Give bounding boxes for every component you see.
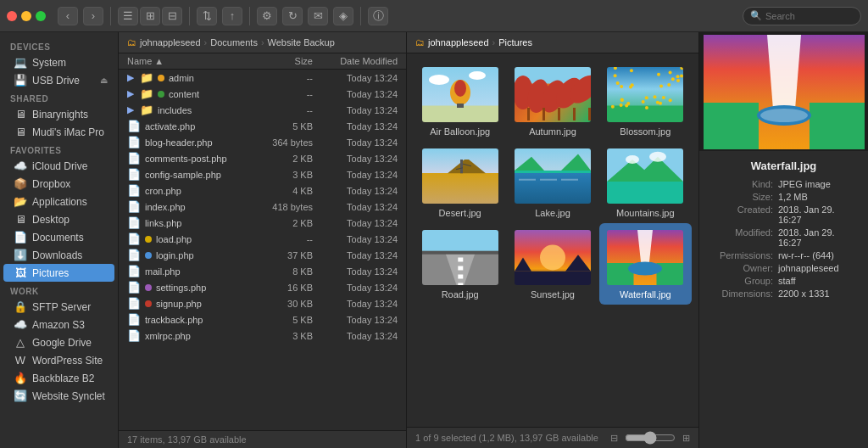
backblaze-icon: 🔥	[14, 372, 27, 384]
file-row-4[interactable]: 📄 blog-header.php 364 bytes Today 13:24	[119, 134, 406, 150]
gallery-thumb-mountains	[607, 148, 683, 204]
sidebar-item-downloads[interactable]: ⬇️Downloads	[3, 246, 114, 264]
search-input[interactable]	[765, 11, 850, 21]
file-row-1[interactable]: ▶ 📁 content -- Today 13:24	[119, 86, 406, 102]
icloud-icon: ☁️	[14, 160, 27, 172]
tag-button[interactable]: ◈	[333, 7, 353, 25]
sidebar-item-backblaze[interactable]: 🔥Backblaze B2	[3, 369, 114, 387]
back-button[interactable]: ‹	[58, 7, 78, 25]
downloads-icon: ⬇️	[14, 249, 27, 261]
view-list-button[interactable]: ☰	[118, 7, 138, 25]
gallery-grid: Air Balloon.jpgAutumn.jpgBlossom.jpgDese…	[407, 53, 698, 427]
file-row-6[interactable]: 📄 config-sample.php 3 KB Today 13:24	[119, 166, 406, 182]
preview-group-row: Group: staff	[709, 276, 858, 286]
file-name-col-9: 📄 links.php	[127, 216, 253, 229]
file-row-0[interactable]: ▶ 📁 admin -- Today 13:24	[119, 70, 406, 86]
file-name-9: links.php	[145, 218, 181, 228]
gallery-breadcrumb-part-1: Pictures	[498, 37, 532, 48]
file-row-12[interactable]: 📄 mail.php 8 KB Today 13:24	[119, 263, 406, 279]
sidebar-label-documents: Documents	[32, 232, 84, 244]
file-row-10[interactable]: 📄 load.php -- Today 13:24	[119, 231, 406, 247]
preview-info: Waterfall.jpg Kind: JPEG image Size: 1,2…	[699, 151, 868, 448]
file-row-11[interactable]: 📄 login.php 37 KB Today 13:24	[119, 247, 406, 263]
gallery-item-sunset[interactable]: Sunset.jpg	[506, 223, 598, 305]
sidebar-item-sftp[interactable]: 🔒SFTP Server	[3, 298, 114, 316]
gallery-thumb-sunset	[515, 230, 591, 285]
sidebar-item-desktop[interactable]: 🖥Desktop	[3, 210, 114, 228]
googledrive-icon: △	[14, 336, 27, 349]
preview-dimensions-row: Dimensions: 2200 x 1331	[709, 288, 858, 299]
share-button[interactable]: ↑	[222, 7, 242, 25]
minimize-button[interactable]	[21, 11, 31, 21]
gallery-item-blossom[interactable]: Blossom.jpg	[599, 60, 692, 142]
file-name-6: config-sample.php	[145, 170, 221, 180]
sidebar-item-amazons3[interactable]: ☁️Amazon S3	[3, 316, 114, 333]
breadcrumb-part-0[interactable]: johnappleseed	[140, 37, 201, 48]
close-button[interactable]	[7, 11, 17, 21]
sidebar-item-applications[interactable]: 📂Applications	[3, 193, 114, 210]
main-content: Devices💻System💾USB Drive⏏Shared🖥Binaryni…	[0, 32, 868, 448]
gallery-item-waterfall[interactable]: Waterfall.jpg	[599, 223, 692, 305]
sidebar-item-pictures[interactable]: 🖼Pictures	[3, 264, 114, 282]
file-row-2[interactable]: ▶ 📁 includes -- Today 13:24	[119, 102, 406, 118]
sidebar-item-binarynights[interactable]: 🖥Binarynights	[3, 105, 114, 123]
gallery-item-air-balloon[interactable]: Air Balloon.jpg	[414, 60, 506, 142]
file-name-col-12: 📄 mail.php	[127, 265, 253, 277]
file-row-9[interactable]: 📄 links.php 2 KB Today 13:24	[119, 215, 406, 231]
file-row-16[interactable]: 📄 xmlrpc.php 3 KB Today 13:24	[119, 328, 406, 344]
view-column-button[interactable]: ⊞	[140, 7, 160, 25]
search-box[interactable]: 🔍	[743, 7, 861, 25]
dot-orange	[158, 75, 164, 81]
group-value: staff	[778, 276, 796, 286]
group-label: Group:	[709, 276, 773, 286]
sidebar-label-wordpress: WordPress Site	[32, 355, 103, 367]
zoom-slider[interactable]	[625, 431, 676, 445]
sidebar-item-googledrive[interactable]: △Google Drive	[3, 333, 114, 351]
sidebar-item-websitesynclet[interactable]: 🔄Website Synclet	[3, 387, 114, 405]
file-icon-15: 📄	[127, 313, 141, 326]
sort-button[interactable]: ⇅	[197, 7, 217, 25]
preview-pane: Waterfall.jpg Kind: JPEG image Size: 1,2…	[698, 32, 868, 448]
thumb-canvas-sunset	[515, 230, 591, 285]
expand-arrow[interactable]: ▶	[127, 104, 134, 115]
file-name-col-1: ▶ 📁 content	[127, 87, 253, 100]
file-row-3[interactable]: 📄 activate.php 5 KB Today 13:24	[119, 118, 406, 134]
file-row-14[interactable]: 📄 signup.php 30 KB Today 13:24	[119, 295, 406, 311]
view-gallery-button[interactable]: ⊟	[162, 7, 182, 25]
gallery-item-road[interactable]: Road.jpg	[414, 223, 506, 305]
gallery-item-autumn[interactable]: Autumn.jpg	[506, 60, 598, 142]
pictures-icon: 🖼	[14, 266, 27, 279]
sidebar-item-usb-drive[interactable]: 💾USB Drive⏏	[3, 71, 114, 89]
gallery-item-mountains[interactable]: Mountains.jpg	[599, 142, 692, 223]
mail-button[interactable]: ✉	[308, 7, 328, 25]
expand-arrow[interactable]: ▶	[127, 88, 134, 99]
forward-button[interactable]: ›	[83, 7, 103, 25]
file-modified-14: Today 13:24	[313, 299, 398, 309]
mudi-imac-icon: 🖥	[14, 126, 27, 138]
file-modified-1: Today 13:24	[313, 89, 398, 99]
eject-icon[interactable]: ⏏	[100, 76, 108, 85]
action-button[interactable]: ⚙	[257, 7, 277, 25]
info-button[interactable]: ⓘ	[368, 7, 388, 25]
file-row-5[interactable]: 📄 comments-post.php 2 KB Today 13:24	[119, 150, 406, 166]
sidebar-item-icloud[interactable]: ☁️iCloud Drive	[3, 157, 114, 175]
sidebar-item-documents[interactable]: 📄Documents	[3, 228, 114, 246]
sync-button[interactable]: ↻	[282, 7, 303, 25]
sidebar-item-wordpress[interactable]: WWordPress Site	[3, 351, 114, 369]
fullscreen-button[interactable]	[36, 11, 46, 21]
file-row-15[interactable]: 📄 trackback.php 5 KB Today 13:24	[119, 311, 406, 328]
breadcrumb-part-1[interactable]: Documents	[210, 37, 258, 48]
gallery-item-desert[interactable]: Desert.jpg	[414, 142, 506, 223]
gallery-pane: 🗂johnappleseed › Pictures Air Balloon.jp…	[407, 32, 698, 448]
sidebar-item-mudi-imac[interactable]: 🖥Mudi's iMac Pro	[3, 123, 114, 141]
gallery-breadcrumb-part-0[interactable]: johnappleseed	[428, 37, 489, 48]
file-row-13[interactable]: 📄 settings.php 16 KB Today 13:24	[119, 279, 406, 295]
expand-arrow[interactable]: ▶	[127, 72, 134, 83]
file-icon-6: 📄	[127, 168, 141, 181]
file-row-8[interactable]: 📄 index.php 418 bytes Today 13:24	[119, 199, 406, 215]
file-row-7[interactable]: 📄 cron.php 4 KB Today 13:24	[119, 182, 406, 199]
file-size-4: 364 bytes	[253, 137, 313, 148]
sidebar-item-dropbox[interactable]: 📦Dropbox	[3, 175, 114, 193]
sidebar-item-system[interactable]: 💻System	[3, 53, 114, 71]
gallery-item-lake[interactable]: Lake.jpg	[506, 142, 598, 223]
